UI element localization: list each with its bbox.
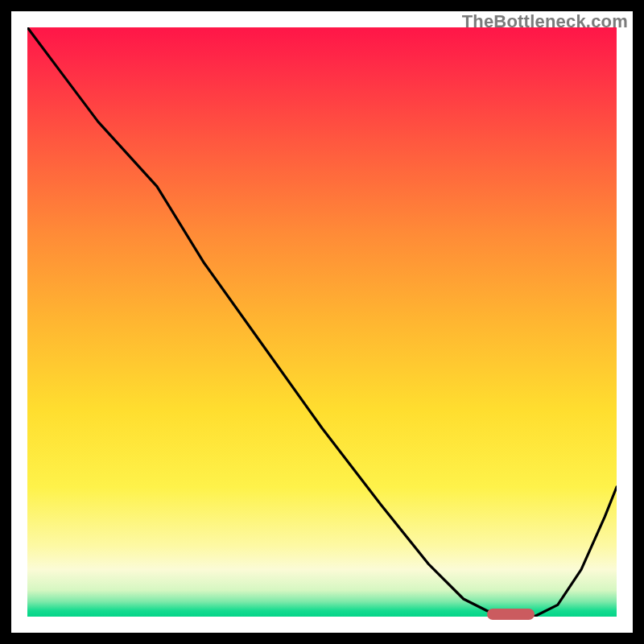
bottleneck-curve bbox=[27, 27, 617, 617]
plot-area bbox=[27, 27, 617, 617]
curve-path bbox=[27, 27, 617, 617]
attribution-label: TheBottleneck.com bbox=[462, 11, 628, 32]
optimal-range-marker bbox=[487, 609, 535, 620]
chart-frame: TheBottleneck.com bbox=[11, 11, 633, 633]
